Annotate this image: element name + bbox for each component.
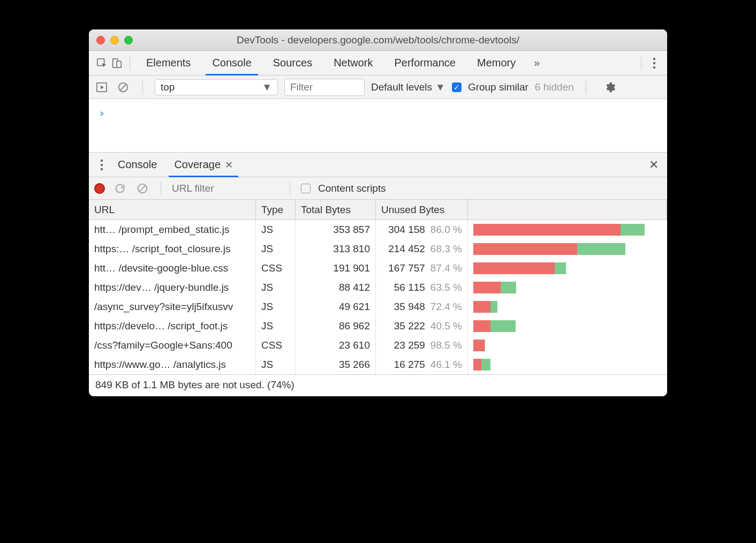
cell-type: JS [256, 278, 296, 297]
cell-type: JS [256, 355, 296, 374]
minimize-window-button[interactable] [110, 36, 119, 44]
console-filter-input[interactable] [284, 79, 365, 96]
cell-unused-bytes: 35 94872.4 % [376, 297, 468, 316]
cell-url: /css?family=Google+Sans:400 [89, 336, 256, 355]
log-level-label: Default levels [371, 81, 432, 93]
toolbar-separator [130, 56, 130, 70]
toolbar-separator [290, 182, 290, 195]
cell-url: https://www.go… /analytics.js [89, 355, 256, 374]
main-toolbar: Elements Console Sources Network Perform… [89, 51, 667, 76]
cell-unused-bytes: 56 11563.5 % [376, 278, 468, 297]
record-button[interactable] [94, 183, 105, 194]
coverage-footer: 849 KB of 1.1 MB bytes are not used. (74… [89, 374, 667, 396]
tab-sources[interactable]: Sources [262, 51, 323, 75]
coverage-row[interactable]: htt… /devsite-google-blue.cssCSS191 9011… [89, 259, 667, 278]
col-header-total[interactable]: Total Bytes [296, 200, 376, 220]
cell-url: htt… /prompt_embed_static.js [89, 220, 256, 239]
drawer-close-button[interactable]: ✕ [646, 158, 662, 172]
coverage-row[interactable]: https://develo… /script_foot.jsJS86 9623… [89, 316, 667, 336]
tab-elements[interactable]: Elements [135, 51, 201, 75]
toolbar-separator [641, 56, 641, 70]
coverage-url-filter-input[interactable] [172, 183, 279, 194]
drawer-tab-console[interactable]: Console [109, 153, 165, 177]
drawer-tabbar: Console Coverage ✕ ✕ [89, 153, 667, 177]
close-tab-icon[interactable]: ✕ [225, 159, 233, 171]
col-header-type[interactable]: Type [256, 200, 296, 220]
reload-icon[interactable] [112, 181, 127, 196]
coverage-row[interactable]: https://www.go… /analytics.jsJS35 26616 … [89, 355, 667, 374]
drawer-tab-coverage[interactable]: Coverage ✕ [165, 153, 241, 177]
tab-overflow-button[interactable]: » [530, 57, 544, 69]
show-sidebar-icon[interactable] [94, 80, 109, 95]
drawer-more-icon[interactable] [94, 157, 109, 172]
log-level-select[interactable]: Default levels ▼ [371, 81, 445, 93]
svg-point-10 [101, 168, 103, 170]
execution-context-select[interactable]: top ▼ [155, 79, 278, 95]
close-window-button[interactable] [96, 36, 105, 44]
cell-url: htt… /devsite-google-blue.css [89, 259, 256, 278]
svg-rect-2 [117, 61, 121, 67]
toolbar-separator [142, 80, 143, 94]
tab-memory[interactable]: Memory [466, 51, 526, 75]
devtools-window: DevTools - developers.google.com/web/too… [89, 29, 667, 396]
cell-unused-bytes: 167 75787.4 % [376, 259, 468, 278]
group-similar-checkbox[interactable]: ✓ [452, 82, 462, 92]
cell-total-bytes: 35 266 [296, 355, 376, 374]
maximize-window-button[interactable] [124, 36, 133, 44]
cell-total-bytes: 49 621 [296, 297, 376, 316]
cell-type: JS [256, 220, 296, 239]
coverage-row[interactable]: https://dev… /jquery-bundle.jsJS88 41256… [89, 278, 667, 297]
tab-network[interactable]: Network [323, 51, 383, 75]
svg-point-4 [653, 62, 655, 64]
cell-usage-bar [468, 220, 667, 239]
content-scripts-checkbox[interactable] [301, 184, 311, 193]
cell-unused-bytes: 214 45268.3 % [376, 239, 468, 259]
cell-url: /async_survey?site=ylj5ifxusvv [89, 297, 256, 316]
coverage-row[interactable]: /css?family=Google+Sans:400CSS23 61023 2… [89, 336, 667, 355]
cell-type: JS [256, 239, 296, 259]
console-prompt-icon: › [99, 107, 105, 119]
console-body[interactable]: › [89, 99, 667, 153]
coverage-row[interactable]: /async_survey?site=ylj5ifxusvvJS49 62135… [89, 297, 667, 316]
clear-coverage-icon[interactable] [135, 181, 150, 196]
toolbar-separator [586, 80, 586, 94]
cell-unused-bytes: 304 15886.0 % [376, 220, 468, 239]
tab-console[interactable]: Console [201, 51, 262, 75]
clear-console-icon[interactable] [116, 80, 131, 95]
content-scripts-label: Content scripts [318, 183, 386, 194]
cell-total-bytes: 353 857 [296, 220, 376, 239]
svg-point-9 [101, 163, 103, 165]
cell-unused-bytes: 35 22240.5 % [376, 316, 468, 336]
col-header-bar [468, 200, 667, 220]
cell-usage-bar [468, 278, 667, 297]
coverage-row[interactable]: https:… /script_foot_closure.jsJS313 810… [89, 239, 667, 259]
cell-usage-bar [468, 239, 667, 259]
svg-point-3 [653, 57, 655, 59]
console-filter-bar: top ▼ Default levels ▼ ✓ Group similar 6… [89, 76, 667, 99]
cell-total-bytes: 23 610 [296, 336, 376, 355]
cell-type: CSS [256, 259, 296, 278]
cell-type: JS [256, 316, 296, 336]
cell-usage-bar [468, 336, 667, 355]
coverage-table-header: URL Type Total Bytes Unused Bytes [89, 200, 667, 220]
device-toolbar-icon[interactable] [109, 56, 124, 71]
col-header-unused[interactable]: Unused Bytes [376, 200, 468, 220]
coverage-row[interactable]: htt… /prompt_embed_static.jsJS353 857304… [89, 220, 667, 239]
cell-url: https://dev… /jquery-bundle.js [89, 278, 256, 297]
cell-usage-bar [468, 259, 667, 278]
console-settings-icon[interactable] [602, 80, 617, 95]
cell-total-bytes: 86 962 [296, 316, 376, 336]
cell-type: JS [256, 297, 296, 316]
more-options-icon[interactable] [647, 56, 662, 71]
chevron-down-icon: ▼ [262, 81, 272, 93]
execution-context-value: top [161, 81, 175, 93]
cell-url: https://develo… /script_foot.js [89, 316, 256, 336]
inspect-element-icon[interactable] [94, 56, 109, 71]
cell-usage-bar [468, 355, 667, 374]
col-header-url[interactable]: URL [89, 200, 256, 220]
tab-performance[interactable]: Performance [384, 51, 467, 75]
window-title: DevTools - developers.google.com/web/too… [89, 34, 667, 46]
toolbar-separator [161, 182, 161, 195]
cell-unused-bytes: 16 27546.1 % [376, 355, 468, 374]
coverage-table-body: htt… /prompt_embed_static.jsJS353 857304… [89, 220, 667, 374]
